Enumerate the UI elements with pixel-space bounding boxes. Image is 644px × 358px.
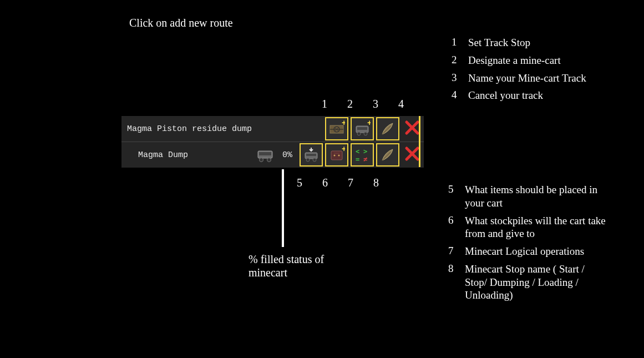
svg-text:=: = [356,155,359,163]
svg-rect-22 [331,151,342,160]
svg-point-24 [338,155,340,157]
legend-num: 4 [452,89,465,101]
label-3: 3 [373,98,378,110]
legend-row: 6 What stockpiles will the cart take fro… [448,214,615,241]
legend-num: 7 [448,245,462,257]
svg-point-21 [313,158,316,162]
stockpile-icon: + [328,147,345,163]
label-1: 1 [322,98,327,110]
legend-num: 6 [448,214,462,226]
svg-point-9 [364,132,367,135]
svg-text:>: > [363,148,367,155]
svg-rect-15 [259,152,271,155]
legend-row: 3 Name your Mine-cart Track [452,72,586,85]
minecart-load-icon [303,147,320,163]
feather-icon [379,120,396,137]
legend-row: 5 What items should be placed in your ca… [448,183,615,210]
name-track-button[interactable] [376,117,399,140]
label-2: 2 [347,98,353,110]
svg-text:<: < [356,148,359,155]
legend-text: What items should be placed in your cart [462,183,609,210]
legend-row: 7 Minecart Logical operations [448,245,615,258]
panel-scroll-indicator [419,116,420,167]
svg-rect-7 [357,127,367,130]
legend-text: Designate a mine-cart [465,54,561,67]
svg-text:+: + [367,120,371,128]
svg-point-8 [357,132,361,135]
legend-bottom: 5 What items should be placed in your ca… [448,183,615,306]
instruction-text: Click on add new route [129,17,233,29]
stop-row: Magma Dump 0% [121,142,424,168]
route-name: Magma Piston residue dump [121,124,252,134]
label-4: 4 [398,98,404,110]
legend-num: 3 [452,72,465,84]
svg-rect-19 [306,154,316,156]
legend-row: 2 Designate a mine-cart [452,54,586,67]
legend-text: Minecart Logical operations [462,245,584,258]
legend-text: What stockpiles will the cart take from … [462,214,609,241]
label-6: 6 [322,177,328,189]
svg-point-20 [306,158,310,162]
close-icon [404,120,420,138]
logic-symbols-icon: < > = ≠ [354,147,371,163]
legend-row: 8 Minecart Stop name ( Start / Stop/ Dum… [448,263,615,302]
hauling-route-panel: Magma Piston residue dump + [121,116,424,168]
svg-text:+: + [342,147,345,154]
callout-line [282,169,284,247]
label-5: 5 [297,177,302,189]
legend-num: 8 [448,263,462,275]
legend-num: 2 [452,54,465,66]
legend-text: Set Track Stop [465,36,530,49]
legend-text: Name your Mine-cart Track [465,72,586,85]
label-7: 7 [348,177,353,189]
svg-point-23 [334,155,336,157]
legend-text: Minecart Stop name ( Start / Stop/ Dumpi… [462,263,609,302]
fill-percent: 0% [276,150,298,160]
legend-top: 1 Set Track Stop 2 Designate a mine-cart… [452,36,586,107]
legend-num: 1 [452,36,465,48]
legend-row: 1 Set Track Stop [452,36,586,49]
cart-items-button[interactable] [300,143,323,167]
track-stop-icon: + [328,120,345,137]
designate-minecart-button[interactable]: + [351,117,374,140]
feather-icon [379,147,396,163]
legend-text: Cancel your track [465,89,543,102]
name-stop-button[interactable] [376,143,399,167]
stop-name: Magma Dump [121,150,188,160]
callout-text: % filled status of minecart [249,253,359,279]
set-track-stop-button[interactable]: + [325,117,348,140]
stockpile-links-button[interactable]: + [325,143,348,167]
svg-text:≠: ≠ [363,155,367,163]
logical-ops-button[interactable]: < > = ≠ [351,143,374,167]
svg-text:+: + [342,120,345,128]
svg-point-17 [267,158,271,162]
route-row: Magma Piston residue dump + [121,116,424,142]
minecart-plus-icon: + [354,120,371,137]
legend-num: 5 [448,183,462,195]
label-8: 8 [373,177,379,189]
legend-row: 4 Cancel your track [452,89,586,102]
svg-point-16 [260,158,263,162]
close-icon [404,146,420,164]
minecart-status-icon [254,147,276,163]
